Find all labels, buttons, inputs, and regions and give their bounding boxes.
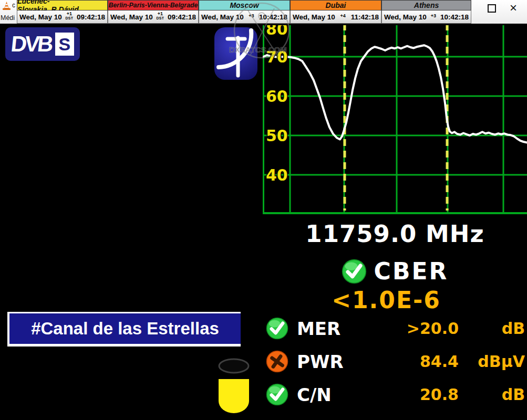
clock-utc-offset: +3 — [245, 14, 258, 18]
y-axis-tick: 40 — [266, 166, 288, 184]
metric-value: 20.8 — [368, 385, 459, 404]
y-axis-tick: 50 — [266, 127, 288, 145]
metric-unit: dBµV — [459, 352, 527, 371]
metric-row-cn: C/N 20.8 dB — [263, 378, 527, 411]
y-axis-tick: 60 — [266, 87, 288, 106]
clock-city-label: Berlin-Paris-Vienna-Belgrade — [108, 0, 199, 10]
dvb-s-box: S — [55, 33, 74, 56]
metric-value: 84.4 — [368, 352, 459, 371]
clock-utc-offset: +1 DST — [153, 12, 167, 20]
clock-lucenec: Lučenec-Slovakia_R.Dávid Wed, May 10 +1 … — [17, 0, 108, 24]
cber-label: CBER — [374, 258, 449, 285]
status-ok-icon — [266, 317, 288, 340]
metric-row-pwr: PWR 84.4 dBµV — [263, 345, 527, 378]
clock-city-label: Athens — [381, 0, 471, 10]
status-fail-icon — [266, 350, 288, 373]
spectrum-plot: 8070605040 — [263, 24, 527, 214]
clock-time: 10:42:18 — [259, 13, 287, 21]
window-title-bar: c Médi Lučenec-Slovakia_R.Dávid Wed, May… — [0, 0, 527, 25]
clock-moscow: Moscow Wed, May 10 +3 10:42:18 — [199, 0, 290, 24]
world-clocks: Lučenec-Slovakia_R.Dávid Wed, May 10 +1 … — [17, 0, 471, 24]
clock-time: 10:42:18 — [440, 13, 469, 21]
clock-dubai: Dubai Wed, May 10 +4 11:42:18 — [290, 0, 381, 24]
clock-city-label: Moscow — [199, 0, 290, 10]
window-title-fragment-2: Médi — [1, 14, 15, 22]
channel-name: #Canal de las Estrellas — [31, 319, 219, 339]
signal-metrics: MER >20.0 dB PWR 84.4 dBµV C/N 20.8 dB — [263, 312, 527, 411]
window-title-fragment: c — [12, 2, 15, 9]
sat-meter-screen: { "window": { "title_fragment": "c", "ti… — [0, 0, 527, 420]
clock-datetime: Wed, May 10 +1 DST 09:42:18 — [108, 10, 199, 24]
clock-utc-offset: +3 — [427, 14, 440, 18]
metric-label: PWR — [297, 351, 368, 372]
channel-name-banner: #Canal de las Estrellas — [7, 312, 241, 346]
metric-unit: dB — [459, 385, 527, 404]
metric-row-mer: MER >20.0 dB — [263, 312, 527, 345]
clock-date: Wed, May 10 — [384, 13, 427, 21]
metric-label: MER — [297, 318, 368, 339]
clock-city-label: Lučenec-Slovakia_R.Dávid — [17, 0, 108, 10]
cber-value: <1.0E-6 — [263, 287, 510, 313]
clock-time: 11:42:18 — [351, 13, 379, 21]
clock-utc-offset: +4 — [336, 14, 349, 18]
close-button[interactable]: × — [510, 0, 517, 16]
clock-utc-offset: +1 DST — [63, 12, 76, 20]
clock-datetime: Wed, May 10 +3 10:42:18 — [199, 10, 290, 24]
clock-date: Wed, May 10 — [201, 13, 244, 21]
cber-row: CBER — [263, 258, 527, 285]
metric-unit: dB — [459, 319, 527, 338]
clock-date: Wed, May 10 — [19, 13, 62, 21]
clock-date: Wed, May 10 — [110, 13, 153, 21]
metric-label: C/N — [297, 384, 368, 405]
lnb-cylinder-icon — [217, 356, 251, 416]
y-axis-tick: 80 — [266, 24, 288, 38]
clock-time: 09:42:18 — [77, 13, 105, 21]
spectrum-trace — [263, 45, 527, 142]
y-axis-tick: 70 — [266, 48, 288, 66]
dvb-logo-text: DVB — [10, 32, 53, 57]
clock-time: 09:42:18 — [168, 13, 196, 21]
frequency-readout: 11759.0 MHz — [263, 220, 527, 248]
clock-athens: Athens Wed, May 10 +3 10:42:18 — [381, 0, 471, 24]
vlc-cone-icon — [2, 1, 11, 10]
satellite-dish-icon — [214, 27, 257, 80]
status-ok-icon — [266, 383, 288, 406]
clock-datetime: Wed, May 10 +3 10:42:18 — [381, 10, 471, 24]
clock-berlin: Berlin-Paris-Vienna-Belgrade Wed, May 10… — [108, 0, 199, 24]
clock-datetime: Wed, May 10 +1 DST 09:42:18 — [17, 10, 108, 24]
clock-date: Wed, May 10 — [293, 13, 335, 21]
metric-value: >20.0 — [368, 319, 459, 338]
dvb-s-logo: DVB S — [5, 27, 80, 61]
status-ok-icon — [342, 259, 367, 284]
clock-datetime: Wed, May 10 +4 11:42:18 — [290, 10, 381, 24]
maximize-button[interactable] — [488, 4, 496, 13]
clock-city-label: Dubai — [290, 0, 381, 10]
